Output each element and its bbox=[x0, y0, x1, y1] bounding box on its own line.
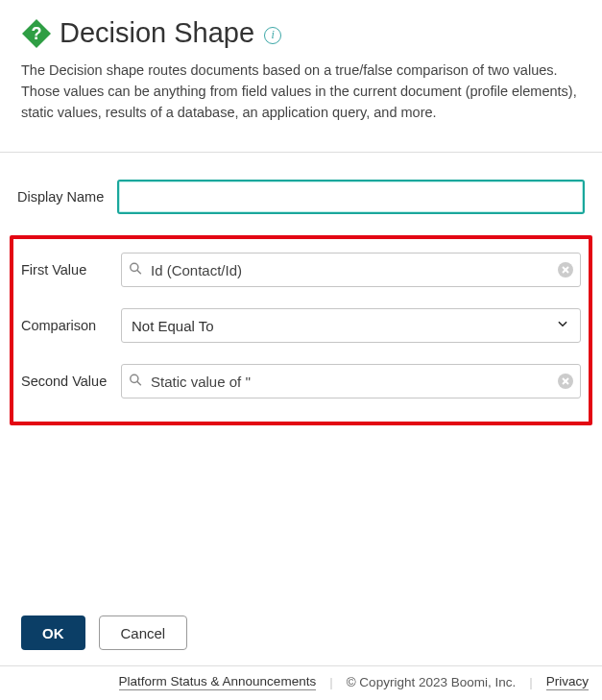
button-bar: OK Cancel bbox=[0, 604, 602, 666]
highlighted-controls: First Value Comparison bbox=[10, 235, 592, 425]
first-value-label: First Value bbox=[21, 262, 121, 278]
clear-icon[interactable] bbox=[558, 262, 573, 278]
ok-button[interactable]: OK bbox=[21, 616, 85, 650]
page-title: Decision Shape bbox=[60, 17, 254, 49]
comparison-label: Comparison bbox=[21, 318, 121, 333]
form-area: Display Name First Value bbox=[0, 153, 602, 604]
info-icon[interactable]: i bbox=[264, 27, 281, 44]
decision-shape-icon: ? bbox=[21, 18, 52, 49]
page-description: The Decision shape routes documents base… bbox=[21, 60, 581, 123]
clear-icon[interactable] bbox=[558, 374, 573, 389]
privacy-link[interactable]: Privacy bbox=[546, 674, 589, 690]
status-link[interactable]: Platform Status & Announcements bbox=[119, 674, 317, 690]
footer: Platform Status & Announcements | © Copy… bbox=[0, 666, 602, 700]
display-name-label: Display Name bbox=[17, 189, 117, 205]
cancel-button[interactable]: Cancel bbox=[99, 616, 188, 650]
footer-separator: | bbox=[529, 675, 533, 689]
first-value-input[interactable] bbox=[121, 253, 581, 287]
second-value-label: Second Value bbox=[21, 374, 121, 389]
footer-separator: | bbox=[329, 675, 333, 689]
copyright-text: © Copyright 2023 Boomi, Inc. bbox=[347, 675, 517, 689]
display-name-input[interactable] bbox=[117, 180, 585, 214]
comparison-select[interactable]: Not Equal To bbox=[121, 308, 581, 343]
second-value-input[interactable] bbox=[121, 364, 581, 398]
svg-text:?: ? bbox=[32, 24, 42, 43]
